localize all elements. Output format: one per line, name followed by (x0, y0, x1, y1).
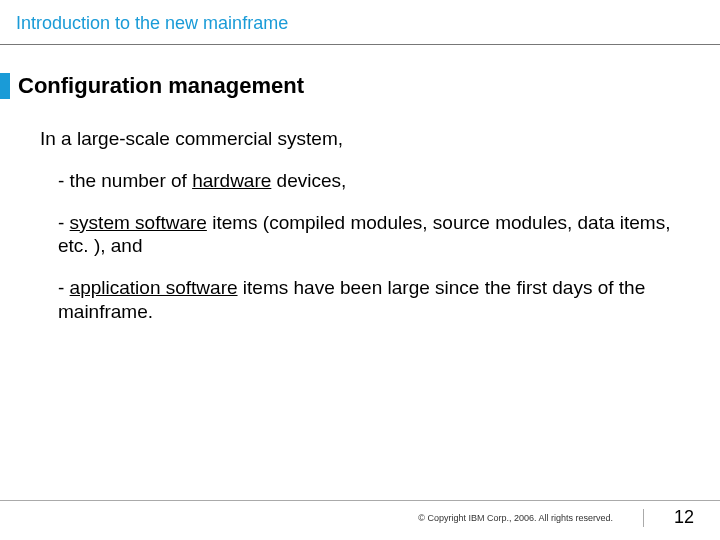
svg-rect-22 (695, 18, 702, 20)
svg-rect-25 (697, 21, 702, 23)
svg-rect-29 (686, 27, 693, 29)
svg-rect-13 (669, 24, 675, 26)
svg-rect-34 (697, 30, 704, 32)
svg-rect-9 (666, 15, 684, 17)
title-row: Configuration management (0, 73, 720, 99)
svg-rect-1 (650, 12, 664, 14)
svg-rect-16 (666, 30, 682, 32)
svg-rect-27 (694, 24, 696, 26)
svg-rect-6 (650, 27, 664, 29)
slide-body: In a large-scale commercial system, - th… (0, 99, 720, 342)
title-accent-bar (0, 73, 10, 99)
slide: Introduction to the new mainframe (0, 0, 720, 540)
svg-rect-28 (697, 24, 702, 26)
svg-rect-19 (686, 15, 694, 17)
page-number: 12 (674, 507, 694, 528)
bullet-1: - the number of hardware devices, (40, 169, 680, 193)
bullet-3-prefix: - (58, 277, 70, 298)
ibm-logo-icon (650, 12, 704, 34)
svg-rect-15 (666, 27, 684, 29)
slide-title: Configuration management (18, 73, 304, 99)
slide-footer: © Copyright IBM Corp., 2006. All rights … (0, 500, 720, 528)
bullet-1-suffix: devices, (271, 170, 346, 191)
svg-rect-8 (666, 12, 682, 14)
bullet-2-prefix: - (58, 212, 70, 233)
svg-rect-12 (669, 21, 683, 23)
intro-text: In a large-scale commercial system, (40, 127, 680, 151)
svg-rect-17 (686, 12, 693, 14)
svg-rect-3 (653, 18, 661, 20)
svg-rect-23 (688, 21, 693, 23)
svg-rect-4 (653, 21, 661, 23)
svg-rect-14 (678, 24, 684, 26)
bullet-1-underline: hardware (192, 170, 271, 191)
copyright-text: © Copyright IBM Corp., 2006. All rights … (418, 513, 613, 523)
svg-rect-33 (694, 30, 696, 32)
svg-rect-26 (688, 24, 693, 26)
svg-rect-21 (688, 18, 695, 20)
svg-rect-20 (696, 15, 704, 17)
svg-rect-7 (650, 30, 664, 32)
svg-rect-18 (697, 12, 704, 14)
svg-rect-30 (694, 27, 696, 29)
svg-rect-2 (650, 15, 664, 17)
bullet-2: - system software items (compiled module… (40, 211, 680, 259)
svg-rect-24 (693, 21, 697, 23)
bullet-3-underline: application software (70, 277, 238, 298)
footer-divider (643, 509, 644, 527)
svg-rect-31 (697, 27, 704, 29)
bullet-1-prefix: - the number of (58, 170, 192, 191)
bullet-2-underline: system software (70, 212, 207, 233)
header-title: Introduction to the new mainframe (16, 13, 288, 34)
svg-rect-10 (669, 18, 675, 20)
svg-rect-5 (653, 24, 661, 26)
svg-rect-11 (678, 18, 684, 20)
slide-header: Introduction to the new mainframe (0, 0, 720, 45)
svg-rect-32 (686, 30, 693, 32)
bullet-3: - application software items have been l… (40, 276, 680, 324)
